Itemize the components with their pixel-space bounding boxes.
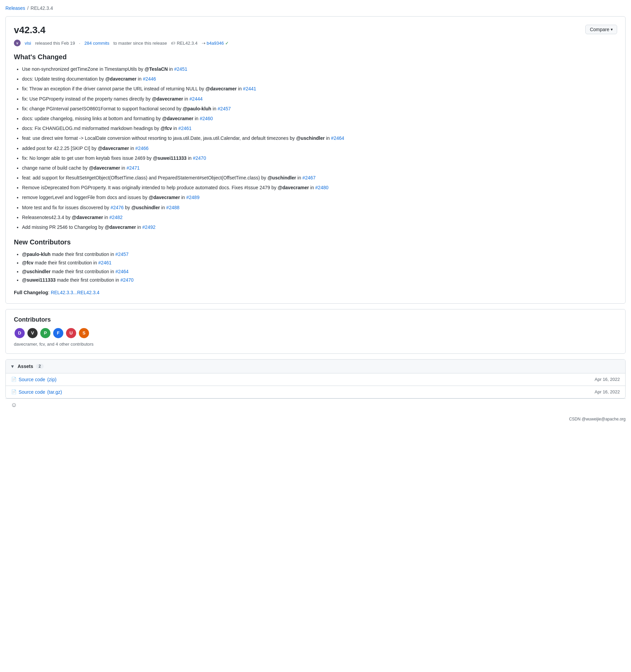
pr-link[interactable]: #2451 <box>174 66 187 72</box>
pr-link[interactable]: #2464 <box>331 135 344 141</box>
asset-name: Source code <box>19 377 45 382</box>
pr-link[interactable]: #2441 <box>243 86 256 91</box>
pr-link[interactable]: #2488 <box>166 205 179 210</box>
changelog-item: fix: No longer able to get user from key… <box>22 154 617 162</box>
pr-link[interactable]: #2470 <box>121 277 134 283</box>
changelog-item: Use non-synchronized getTimeZone in Time… <box>22 65 617 73</box>
contributor-avatar[interactable]: D <box>14 327 25 339</box>
breadcrumb-separator: / <box>27 5 28 11</box>
assets-collapse-icon[interactable]: ▾ <box>11 364 14 369</box>
changelog-item: Remove isDeprecated from PGProperty. It … <box>22 183 617 192</box>
asset-row: 📄 Source code (tar.gz) Apr 16, 2022 <box>6 386 625 398</box>
changelog-item: fix: Use PGProperty instead of the prope… <box>22 95 617 103</box>
pr-link[interactable]: #2464 <box>115 269 129 274</box>
compare-button[interactable]: Compare ▾ <box>585 25 617 34</box>
asset-link[interactable]: 📄 Source code (tar.gz) <box>11 389 62 395</box>
pr-link[interactable]: #2446 <box>143 76 156 82</box>
pr-link[interactable]: #2470 <box>193 155 206 161</box>
new-contributors-section: New Contributors @paulo-kluh made their … <box>14 238 617 284</box>
pr-link[interactable]: #2466 <box>135 146 149 151</box>
pr-link[interactable]: #2461 <box>178 126 192 131</box>
full-changelog-link[interactable]: REL42.3.3...REL42.3.4 <box>51 290 100 295</box>
contributor-avatar[interactable]: F <box>52 327 64 339</box>
pr-link[interactable]: #2457 <box>218 106 231 111</box>
page-footer: CSDN @wuweijie@apache.org <box>5 417 626 421</box>
pr-link[interactable]: #2457 <box>115 252 129 257</box>
changelog-list: Use non-synchronized getTimeZone in Time… <box>14 65 617 232</box>
breadcrumb: Releases / REL42.3.4 <box>5 5 626 11</box>
changelog-item: More test and fix for issues discovered … <box>22 203 617 212</box>
new-contributor-item: @paulo-kluh made their first contributio… <box>22 250 617 259</box>
pr-link[interactable]: #2482 <box>109 215 123 220</box>
new-contributors-title: New Contributors <box>14 238 617 246</box>
changelog-item: remove loggerLevel and loggerFile from d… <box>22 193 617 202</box>
release-header: v42.3.4 Compare ▾ <box>14 25 617 36</box>
contributor-avatar[interactable]: U <box>65 327 77 339</box>
whats-changed-section: What's Changed Use non-synchronized getT… <box>14 53 617 232</box>
compare-chevron-icon: ▾ <box>611 27 613 32</box>
releases-link[interactable]: Releases <box>5 5 25 11</box>
asset-date: Apr 16, 2022 <box>595 389 620 394</box>
contributor-names: davecramer, fcv, and 4 other contributor… <box>14 342 617 347</box>
compare-label: Compare <box>590 27 609 32</box>
changelog-item: change name of build cache by @davecrame… <box>22 164 617 172</box>
assets-header: ▾ Assets 2 <box>6 360 625 373</box>
new-contributor-item: @suwei111333 made their first contributi… <box>22 276 617 284</box>
pr-link[interactable]: #2476 <box>110 205 124 210</box>
pr-link[interactable]: #2492 <box>142 224 155 230</box>
release-card: v42.3.4 Compare ▾ v vlsi released this F… <box>5 16 626 304</box>
full-changelog-label: Full Changelog <box>14 290 48 295</box>
changelog-item: feat: use direct wire format -> LocalDat… <box>22 134 617 143</box>
changelog-item: Releasenotes42.3.4 by @davecramer in #24… <box>22 213 617 222</box>
release-title: v42.3.4 <box>14 25 45 36</box>
author-avatar: v <box>14 40 21 46</box>
pr-link[interactable]: #2471 <box>127 165 140 171</box>
changelog-item: added post for 42.2.25 [SKIP CI] by @dav… <box>22 144 617 153</box>
assets-box: ▾ Assets 2 📄 Source code (zip) Apr 16, 2… <box>5 359 626 398</box>
changelog-item: fix: Throw an exception if the driver ca… <box>22 85 617 93</box>
breadcrumb-current: REL42.3.4 <box>30 5 53 11</box>
pr-link[interactable]: #2444 <box>190 96 203 102</box>
assets-title: Assets <box>18 364 33 369</box>
tag-label: REL42.3.4 <box>177 41 197 46</box>
pr-link[interactable]: #2480 <box>315 185 328 190</box>
changelog-item: feat: add support for ResultSet#getObjec… <box>22 174 617 182</box>
contributor-avatar[interactable]: P <box>40 327 51 339</box>
asset-file-icon: 📄 <box>11 389 17 394</box>
footer-bar: ☺ <box>5 398 626 411</box>
asset-name: Source code <box>19 389 45 395</box>
new-contributor-item: @fcv made their first contribution in #2… <box>22 259 617 267</box>
author-name[interactable]: vlsi <box>25 41 31 46</box>
contributors-title: Contributors <box>14 316 617 323</box>
contributor-avatars: DVPFUS <box>14 327 617 339</box>
commit-status-icon: ✓ <box>225 41 229 46</box>
contributor-avatar[interactable]: V <box>27 327 38 339</box>
contributor-avatar[interactable]: S <box>78 327 90 339</box>
tag-item: 🏷 REL42.3.4 <box>171 41 197 46</box>
changelog-item: Add missing PR 2546 to Changelog by @dav… <box>22 223 617 232</box>
commits-text: to master since this release <box>113 41 167 46</box>
commits-link[interactable]: 284 commits <box>84 41 109 46</box>
asset-link[interactable]: 📄 Source code (zip) <box>11 377 57 382</box>
assets-list: 📄 Source code (zip) Apr 16, 2022 📄 Sourc… <box>6 373 625 398</box>
pr-link[interactable]: #2460 <box>200 116 213 121</box>
release-meta: v vlsi released this Feb 19 · 284 commit… <box>14 40 617 46</box>
commit-item: ⇢ b4a9346 ✓ <box>202 41 229 46</box>
commit-icon: ⇢ <box>202 41 205 46</box>
pr-link[interactable]: #2489 <box>186 195 199 200</box>
pr-link[interactable]: #2467 <box>302 175 316 180</box>
full-changelog: Full Changelog: REL42.3.3...REL42.3.4 <box>14 290 617 295</box>
pr-link[interactable]: #2461 <box>98 260 111 265</box>
assets-count: 2 <box>36 364 44 369</box>
meta-separator-1: · <box>79 41 81 46</box>
changelog-item: fix: change PGInterval parseISO8601Forma… <box>22 105 617 113</box>
asset-row: 📄 Source code (zip) Apr 16, 2022 <box>6 373 625 386</box>
new-contributors-list: @paulo-kluh made their first contributio… <box>14 250 617 284</box>
new-contributor-item: @uschindler made their first contributio… <box>22 267 617 276</box>
whats-changed-title: What's Changed <box>14 53 617 61</box>
changelog-item: docs: update changelog, missing links at… <box>22 114 617 123</box>
contributors-box: Contributors DVPFUS davecramer, fcv, and… <box>5 309 626 354</box>
asset-suffix: (zip) <box>47 377 57 382</box>
emoji-button[interactable]: ☺ <box>11 402 17 409</box>
commit-hash-link[interactable]: b4a9346 <box>207 41 224 46</box>
